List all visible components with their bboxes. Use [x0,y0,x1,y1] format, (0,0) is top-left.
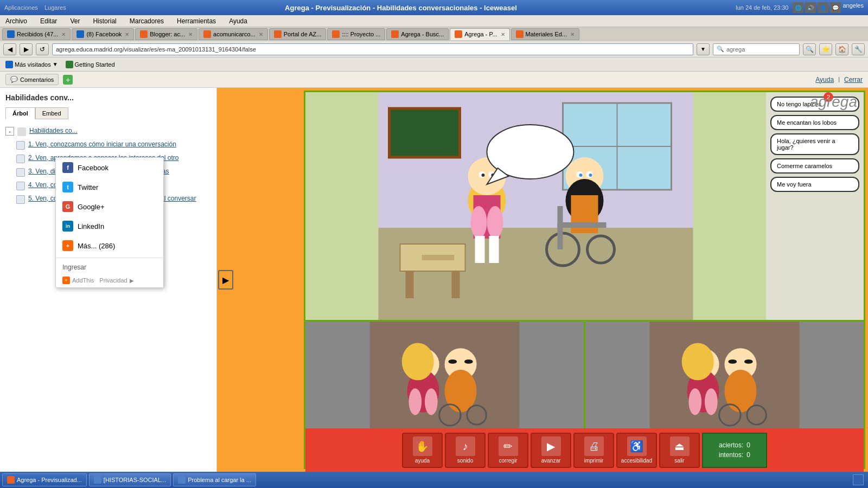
menu-historial[interactable]: Historial [91,16,118,26]
bookmark-mas-visitados[interactable]: Más visitados ▼ [3,60,60,69]
taskbar-item-historias[interactable]: [HISTORIAS-SOCIAL... [89,473,171,486]
social-item-more[interactable]: + Más... (286) [56,236,163,255]
tab-portal[interactable]: Portal de AZ... [269,28,327,40]
game-panel-right [585,322,864,428]
reload-button[interactable]: ↺ [36,43,49,55]
speech-bubble-4: Comerme caramelos [770,158,859,174]
linkedin-icon: in [62,221,73,232]
tool-ayuda[interactable]: ✋ ayuda [402,433,443,468]
title-bar: Aplicaciones Lugares Agrega - Previsuali… [0,0,868,15]
tool-sonido[interactable]: ♪ sonido [445,433,486,468]
nav-arrow[interactable]: ▶ [218,270,233,290]
taskbar-label-agrega: Agrega - Previsualizad... [17,477,82,483]
game-toolbar: ✋ ayuda ♪ sonido ✏ corregir ▶ avanzar 🖨 [305,428,864,472]
tab-facebook[interactable]: (8) Facebook ✕ [72,28,134,40]
tab-materiales[interactable]: Materiales Ed... ✕ [511,28,579,40]
tool-imprimir[interactable]: 🖨 imprimir [573,433,614,468]
ayuda-icon: ✋ [413,436,432,456]
tab-acomunicar[interactable]: acomunicarco... ✕ [199,28,268,40]
extensions-icon[interactable]: 🔧 [852,43,865,55]
tab-blogger[interactable]: Blogger: ac... ✕ [135,28,197,40]
linkedin-label: LinkedIn [78,222,104,230]
home-icon[interactable]: 🏠 [835,43,848,55]
svg-point-38 [409,388,422,415]
bookmark-star-icon[interactable]: ⭐ [819,43,832,55]
aciertos-label: aciertos: [719,441,743,449]
taskbar: Agrega - Previsualizad... [HISTORIAS-SOC… [0,472,868,488]
time-display: lun 24 de feb, 23:30 [736,4,788,11]
salir-icon: ⏏ [670,436,690,456]
address-bar[interactable]: agrega.educa.madrid.org/visualizar/es/es… [52,43,693,55]
speech-bubbles-panel: No tengo lapices Me encantan los lobos H… [766,92,864,320]
user-icon[interactable]: 👤 [818,2,828,13]
tab-close[interactable]: ✕ [501,31,505,37]
tool-corregir[interactable]: ✏ corregir [488,433,528,468]
social-item-linkedin[interactable]: in LinkedIn [56,216,163,236]
menu-editar[interactable]: Editar [38,16,59,26]
next-arrow-icon[interactable]: ▶ [218,270,233,290]
tab-proyecto1[interactable]: :::: Proyecto ... [327,28,385,40]
corregir-icon: ✏ [499,436,518,456]
bookmarks-bar: Más visitados ▼ Getting Started [0,57,868,72]
search-text: agrega [726,46,745,53]
social-item-googleplus[interactable]: G Google+ [56,197,163,216]
privacy-label[interactable]: Privacidad [99,277,127,284]
back-button[interactable]: ◀ [3,43,16,55]
taskbar-item-agrega[interactable]: Agrega - Previsualizad... [2,473,87,486]
taskbar-network-icon [853,474,864,485]
habilidades-link[interactable]: Habilidades co... [29,127,78,134]
bookmark-getting-started[interactable]: Getting Started [63,60,117,69]
search-bar[interactable]: 🔍 agrega [713,43,800,55]
volume-icon[interactable]: 🔊 [805,2,816,13]
svg-rect-6 [379,228,693,320]
tab-recibidos[interactable]: Recibidos (47... ✕ [2,28,71,40]
tab-favicon [516,30,524,38]
addthis-label[interactable]: AddThis [72,277,94,284]
speech-bubble-2: Me encantan los lobos [770,115,859,130]
svg-rect-29 [558,222,607,228]
bookmark-favicon [66,61,73,68]
tab-close[interactable]: ✕ [125,31,129,37]
tool-accesibilidad[interactable]: ♿ accesibilidad [616,433,657,468]
tree-collapse-icon[interactable]: - [5,127,14,136]
menu-ayuda[interactable]: Ayuda [227,16,250,26]
add-button[interactable]: + [63,75,73,85]
tab-agrega-busc1[interactable]: Agrega - Busc... [386,28,449,40]
cerrar-link[interactable]: Cerrar [844,76,863,84]
agrega-logo: agrega [810,93,857,111]
login-item[interactable]: Ingresar [56,260,163,274]
comentarios-button[interactable]: 💬 Comentarios [5,74,59,85]
menu-marcadores[interactable]: Marcadores [127,16,166,26]
classroom-svg [305,92,766,320]
tool-salir[interactable]: ⏏ salir [659,433,700,468]
taskbar-item-problema[interactable]: Problema al cargar la ... [173,473,256,486]
network-icon[interactable]: 🌐 [793,2,803,13]
tool-avanzar[interactable]: ▶ avanzar [531,433,571,468]
game-top-panel: No tengo lapices Me encantan los lobos H… [305,92,864,320]
lesson-1-link[interactable]: 1. Ven, conozcamos cómo iniciar una conv… [28,140,176,148]
tab-agrega-p[interactable]: Agrega - P... ✕ [450,28,509,40]
taskbar-favicon [7,476,15,484]
tab-arbol[interactable]: Árbol [5,107,35,119]
title-bar-left: Aplicaciones Lugares [4,4,66,11]
tab-favicon [7,30,15,38]
social-item-facebook[interactable]: f Facebook [56,158,163,177]
go-button[interactable]: ▼ [697,43,710,55]
tab-close[interactable]: ✕ [61,31,66,37]
social-item-twitter[interactable]: t Twitter [56,177,163,197]
ayuda-link[interactable]: Ayuda [815,76,834,84]
menu-ver[interactable]: Ver [68,16,82,26]
doc-icon [16,195,25,204]
browser-content: 💬 Comentarios + Ayuda | Cerrar f Faceboo… [0,72,868,472]
tab-close[interactable]: ✕ [188,31,193,37]
forward-button[interactable]: ▶ [20,43,33,55]
chat-icon[interactable]: 💬 [830,2,841,13]
menu-herramientas[interactable]: Herramientas [175,16,218,26]
more-icon: + [62,240,73,251]
menu-archivo[interactable]: Archivo [3,16,29,26]
svg-point-20 [482,174,485,177]
search-icon[interactable]: 🔍 [803,43,816,55]
tab-close[interactable]: ✕ [259,31,263,37]
tab-close[interactable]: ✕ [570,31,575,37]
tab-embeb[interactable]: Embed [35,107,68,119]
